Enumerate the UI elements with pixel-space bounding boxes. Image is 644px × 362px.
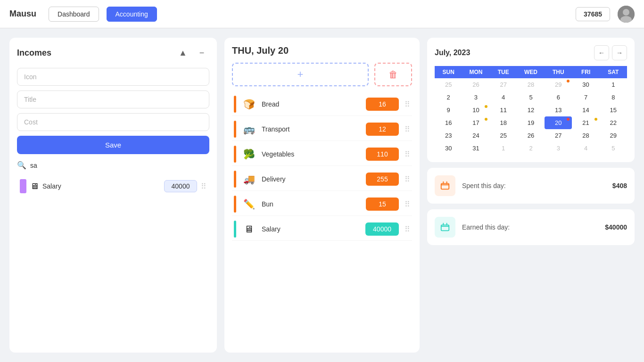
earned-label: Earned this day: xyxy=(462,223,598,231)
expense-side-bar xyxy=(234,221,236,238)
expense-drag-handle-icon[interactable]: ⠿ xyxy=(405,225,410,234)
calendar-day-cell[interactable]: 22 xyxy=(600,116,627,129)
incomes-title: Incomes xyxy=(17,48,175,58)
calendar-day-header: SUN xyxy=(435,66,462,78)
dashboard-button[interactable]: Dashboard xyxy=(49,7,99,22)
expense-icon: 🚌 xyxy=(242,123,256,135)
expense-icon: 🖥 xyxy=(242,224,256,235)
title-input[interactable] xyxy=(17,90,209,108)
calendar-day-cell[interactable]: 8 xyxy=(600,91,627,104)
calendar-day-cell[interactable]: 1 xyxy=(600,78,627,91)
calendar-day-header: MON xyxy=(462,66,489,78)
earned-icon xyxy=(435,217,455,238)
calendar-day-cell[interactable]: 5 xyxy=(600,142,627,155)
expense-drag-handle-icon[interactable]: ⠿ xyxy=(405,100,410,109)
expense-name: Bun xyxy=(262,200,360,208)
income-item: 🖥 Salary 40000 ⠿ xyxy=(17,175,209,197)
center-panel: THU, July 20 + 🗑 🍞 Bread 16 ⠿ 🚌 Transpor… xyxy=(224,38,420,353)
expense-drag-handle-icon[interactable]: ⠿ xyxy=(405,200,410,209)
calendar-day-cell[interactable]: 3 xyxy=(462,91,489,104)
cost-input[interactable] xyxy=(17,113,209,131)
expense-side-bar xyxy=(234,146,236,163)
calendar-day-cell[interactable]: 7 xyxy=(572,91,599,104)
app-logo: Mausu xyxy=(9,9,36,19)
panel-header-icons: ▲ − xyxy=(175,45,209,60)
expense-item: 🖥 Salary 40000 ⠿ xyxy=(232,218,412,241)
expense-amount: 16 xyxy=(366,98,399,111)
calendar-day-cell[interactable]: 25 xyxy=(490,129,517,142)
save-button[interactable]: Save xyxy=(17,136,209,154)
calendar-day-cell[interactable]: 9 xyxy=(435,104,462,116)
calendar-day-cell[interactable]: 24 xyxy=(462,129,489,142)
calendar-day-cell[interactable]: 19 xyxy=(517,116,545,129)
calendar-day-cell[interactable]: 23 xyxy=(435,129,462,142)
calendar-day-cell[interactable]: 18 xyxy=(490,116,517,129)
expense-drag-handle-icon[interactable]: ⠿ xyxy=(405,175,410,184)
calendar-day-cell[interactable]: 16 xyxy=(435,116,462,129)
calendar-day-cell[interactable]: 4 xyxy=(572,142,599,155)
search-input[interactable] xyxy=(30,162,209,169)
calendar-day-cell[interactable]: 13 xyxy=(545,104,572,116)
calendar-day-cell[interactable]: 3 xyxy=(545,142,572,155)
minus-button[interactable]: − xyxy=(194,45,209,60)
calendar-day-cell[interactable]: 29 xyxy=(545,78,572,91)
calendar-day-cell[interactable]: 30 xyxy=(572,78,599,91)
right-panel: July, 2023 ← → SUNMONTUEWEDTHUFRISAT2526… xyxy=(427,38,635,353)
expense-drag-handle-icon[interactable]: ⠿ xyxy=(405,150,410,159)
income-item-name: Salary xyxy=(42,182,160,190)
icon-input[interactable] xyxy=(17,68,209,86)
search-row: 🔍 xyxy=(17,161,209,170)
user-avatar[interactable] xyxy=(618,6,635,23)
calendar-day-cell[interactable]: 30 xyxy=(435,142,462,155)
calendar-day-cell[interactable]: 2 xyxy=(517,142,545,155)
calendar-day-cell[interactable]: 17 xyxy=(462,116,489,129)
calendar-day-cell[interactable]: 2 xyxy=(435,91,462,104)
calendar-day-cell[interactable]: 21 xyxy=(572,116,599,129)
calendar-day-cell[interactable]: 1 xyxy=(490,142,517,155)
income-item-icon: 🖥 xyxy=(30,181,39,191)
calendar-day-cell[interactable]: 10 xyxy=(462,104,489,116)
earned-summary-card: Earned this day: $40000 xyxy=(427,209,635,245)
calendar-day-header: THU xyxy=(545,66,572,78)
expense-name: Delivery xyxy=(262,175,360,183)
calendar-day-cell[interactable]: 31 xyxy=(462,142,489,155)
expense-item: 🥦 Vegetables 110 ⠿ xyxy=(232,143,412,166)
drag-handle-icon[interactable]: ⠿ xyxy=(201,182,206,191)
calendar-day-cell[interactable]: 12 xyxy=(517,104,545,116)
expense-amount: 12 xyxy=(366,123,399,136)
calendar-day-cell[interactable]: 6 xyxy=(545,91,572,104)
add-expense-button[interactable]: + xyxy=(232,63,369,86)
calendar-day-cell[interactable]: 27 xyxy=(545,129,572,142)
calendar-day-cell[interactable]: 29 xyxy=(600,129,627,142)
app-header: Mausu Dashboard Accounting 37685 xyxy=(0,0,644,28)
expense-amount: 110 xyxy=(366,148,399,161)
calendar-prev-button[interactable]: ← xyxy=(594,45,609,60)
calendar-day-cell[interactable]: 27 xyxy=(490,78,517,91)
expense-amount: 255 xyxy=(366,173,399,186)
expense-drag-handle-icon[interactable]: ⠿ xyxy=(405,125,410,134)
calendar-day-cell[interactable]: 5 xyxy=(517,91,545,104)
calendar-day-cell[interactable]: 14 xyxy=(572,104,599,116)
calendar-day-cell[interactable]: 26 xyxy=(462,78,489,91)
spent-label: Spent this day: xyxy=(462,182,606,189)
delete-expense-button[interactable]: 🗑 xyxy=(374,63,412,86)
expense-icon: 🍞 xyxy=(242,99,256,110)
calendar-day-cell[interactable]: 28 xyxy=(517,78,545,91)
calendar-day-cell[interactable]: 28 xyxy=(572,129,599,142)
calendar-day-cell[interactable]: 11 xyxy=(490,104,517,116)
collapse-button[interactable]: ▲ xyxy=(175,45,190,60)
expense-name: Vegetables xyxy=(262,150,360,158)
expense-side-bar xyxy=(234,96,236,113)
calendar-day-cell[interactable]: 25 xyxy=(435,78,462,91)
calendar-header: July, 2023 ← → xyxy=(435,45,627,60)
plus-icon: + xyxy=(297,68,304,81)
svg-rect-3 xyxy=(441,183,449,189)
calendar-day-cell[interactable]: 26 xyxy=(517,129,545,142)
expense-item: 🚌 Transport 12 ⠿ xyxy=(232,118,412,141)
calendar-day-cell[interactable]: 15 xyxy=(600,104,627,116)
calendar-day-header: WED xyxy=(517,66,545,78)
calendar-day-cell[interactable]: 4 xyxy=(490,91,517,104)
accounting-button[interactable]: Accounting xyxy=(107,7,157,22)
calendar-day-cell[interactable]: 20 xyxy=(545,116,572,129)
calendar-next-button[interactable]: → xyxy=(612,45,627,60)
